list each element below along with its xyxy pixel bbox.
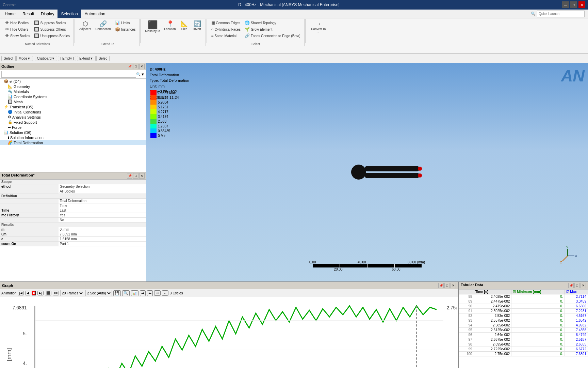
mode-button[interactable]: Mode▼ <box>16 56 33 61</box>
row-time: 2.4475e-002 <box>474 299 511 304</box>
menu-display[interactable]: Display <box>37 10 58 18</box>
unsuppress-bodies-button[interactable]: 🔲 Unsuppress Bodies <box>32 33 71 39</box>
graph-panel-controls: 📌 □ ✕ <box>438 283 456 288</box>
adjacent-button[interactable]: ⬡ Adjacent <box>78 20 93 32</box>
initial-icon: 🔵 <box>8 110 13 114</box>
table-row: 89 2.4475e-002 0. 3.3459 <box>459 299 588 304</box>
anim-export[interactable]: 💾 <box>113 290 121 296</box>
menu-home[interactable]: Home <box>1 10 19 18</box>
props-pin-button[interactable]: 📌 <box>127 173 132 179</box>
close-button[interactable]: ✕ <box>578 1 585 8</box>
row-id: 88 <box>459 294 474 299</box>
cylindrical-faces-button[interactable]: ○ Cylindrical Faces <box>210 26 242 32</box>
grow-element-button[interactable]: 🌱 Grow Element <box>243 26 302 32</box>
hide-others-button[interactable]: 👁 Hide Others <box>3 26 32 32</box>
table-row: 97 2.6675e-002 0. 2.5187 <box>459 337 588 342</box>
graph-float-btn[interactable]: □ <box>444 283 450 288</box>
convert-to-button[interactable]: → Convert To = <box>308 20 329 35</box>
tree-item-solution[interactable]: 📊 Solution (D6) <box>0 130 146 135</box>
select-label: Select <box>4 57 13 60</box>
quick-launch-input[interactable] <box>537 11 585 17</box>
table-row: 91 2.5025e-002 0. 7.2231 <box>459 309 588 313</box>
tree-item-initial-conditions[interactable]: 🔵 Initial Conditions <box>0 109 146 114</box>
hide-others-icon: 👁 <box>5 27 9 32</box>
tree-item-fixed-support[interactable]: 🔒 Fixed Support <box>0 120 146 125</box>
tree-item-analysis-settings[interactable]: ⚙ Analysis Settings <box>0 114 146 120</box>
anim-list[interactable]: ≡≡ <box>53 291 59 295</box>
show-bodies-button[interactable]: 👁 Show Bodies <box>3 33 32 39</box>
anim-chart[interactable]: 📊 <box>131 290 138 296</box>
pin-button[interactable]: 📌 <box>127 64 132 69</box>
tree-item-transient[interactable]: ⚡ Transient (D5) <box>0 104 146 109</box>
anim-back-begin[interactable]: |◀ <box>18 291 23 295</box>
tabular-float-btn[interactable]: □ <box>574 283 580 288</box>
materials-icon: 🔩 <box>8 89 13 94</box>
invert-button[interactable]: 🔄 Invert <box>191 20 203 32</box>
tree-item-materials[interactable]: 🔩 Materials <box>0 89 146 94</box>
anim-grid[interactable]: ⬛ <box>45 291 51 295</box>
table-row: Results <box>0 223 146 227</box>
close-outline-button[interactable]: ✕ <box>139 64 145 69</box>
limits-button[interactable]: 📊 Limits <box>113 20 137 26</box>
frames-select[interactable]: 20 Frames <box>60 290 84 296</box>
props-close-button[interactable]: ✕ <box>139 173 145 179</box>
same-material-button[interactable]: ≡ Same Material <box>210 33 242 39</box>
maximize-button[interactable]: □ <box>570 1 577 8</box>
anim-play[interactable]: ■ <box>32 291 36 295</box>
extend-button[interactable]: Extend▼ <box>77 56 96 61</box>
tree-item-solution-info[interactable]: ℹ Solution Information <box>0 135 146 140</box>
model-icon: 📦 <box>4 79 9 83</box>
shared-topology-button[interactable]: 🌐 Shared Topology <box>243 20 302 26</box>
tree-item-force[interactable]: ➡ Force <box>0 125 146 130</box>
tree-item-mesh[interactable]: 🔲 Mesh <box>0 99 146 104</box>
tree-item-total-deformation[interactable]: 🌈 Total Deformation <box>0 140 146 145</box>
tree-item-geometry[interactable]: 📐 Geometry <box>0 84 146 89</box>
anim-align-r[interactable]: ⮕ <box>154 290 161 296</box>
empty-button[interactable]: [ Empty ] <box>58 56 76 61</box>
suppress-bodies-button[interactable]: 🔲 Suppress Bodies <box>32 20 71 26</box>
select-mode-button[interactable]: Select <box>1 56 16 61</box>
graph-pin-btn[interactable]: 📌 <box>438 283 444 288</box>
suppress-others-button[interactable]: 🔲 Suppress Others <box>32 26 71 32</box>
minimize-button[interactable]: — <box>562 1 569 8</box>
props-float-button[interactable]: □ <box>133 173 138 179</box>
props-content: Scope ethod Geometry Selection All Bodie… <box>0 180 146 281</box>
float-button[interactable]: □ <box>133 64 138 69</box>
anim-back[interactable]: ◀ <box>25 291 30 295</box>
anim-arrow[interactable]: ➡ <box>140 290 146 296</box>
mesh-by-id-button[interactable]: ⬛ Mesh by Id <box>143 20 162 34</box>
legend: 7.6891 Max 6.8348 5.9804 5.1261 4.2717 <box>150 90 176 138</box>
anim-fwd[interactable]: ▶| <box>37 291 43 295</box>
menu-result[interactable]: Result <box>19 10 37 18</box>
selec-button[interactable]: Selec <box>96 56 110 61</box>
filter-icon: ▼ <box>141 72 145 76</box>
graph-close-btn[interactable]: ✕ <box>451 283 456 288</box>
legend-color-3 <box>150 105 157 109</box>
anim-align-c[interactable]: ↔ <box>162 290 168 296</box>
anim-align-l[interactable]: ⬅ <box>147 290 153 296</box>
faces-connected-button[interactable]: 🔗 Faces Connected to Edge (Beta) <box>243 33 302 39</box>
row-min: 0. <box>511 333 565 337</box>
max-label: um <box>0 232 59 237</box>
tabular-table-wrap: Time [s] ☑ Minimum [mm] ☑ Max 88 2.4025e… <box>459 289 588 368</box>
speed-select[interactable]: 2 Sec (Auto) <box>85 290 112 296</box>
menu-selection[interactable]: Selection <box>58 10 81 18</box>
clipboard-button[interactable]: Clipboard▼ <box>35 56 58 61</box>
common-edges-button[interactable]: ▦ Common Edges <box>210 20 242 26</box>
tree-item-model[interactable]: 📦 el (D4) <box>0 79 146 84</box>
size-button[interactable]: 📐 Size <box>178 20 191 32</box>
tabular-close-btn[interactable]: ✕ <box>581 283 586 288</box>
hide-bodies-button[interactable]: 👁 Hide Bodies <box>3 20 32 26</box>
main-area: Outline 📌 □ ✕ 🔍 ▼ 📦 el ( <box>0 63 588 368</box>
connection-button[interactable]: 🔗 Connection <box>94 20 113 32</box>
search-input[interactable] <box>1 71 136 78</box>
row-id: 93 <box>459 318 474 323</box>
geometry-icon: 📐 <box>8 84 13 89</box>
instances-button[interactable]: 📦 Instances <box>113 26 137 32</box>
tabular-pin-btn[interactable]: 📌 <box>568 283 574 288</box>
menu-automation[interactable]: Automation <box>81 10 109 18</box>
anim-zoom[interactable]: 🔍 <box>122 290 130 296</box>
occurs-label: ccurs On <box>0 242 59 246</box>
location-button[interactable]: 📍 Location <box>163 20 178 32</box>
tree-item-coordinate-systems[interactable]: 📊 Coordinate Systems <box>0 94 146 99</box>
